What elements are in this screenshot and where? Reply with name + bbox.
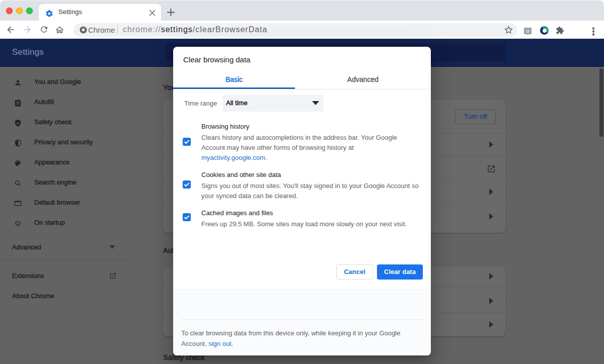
svg-text:U: U — [526, 29, 530, 34]
